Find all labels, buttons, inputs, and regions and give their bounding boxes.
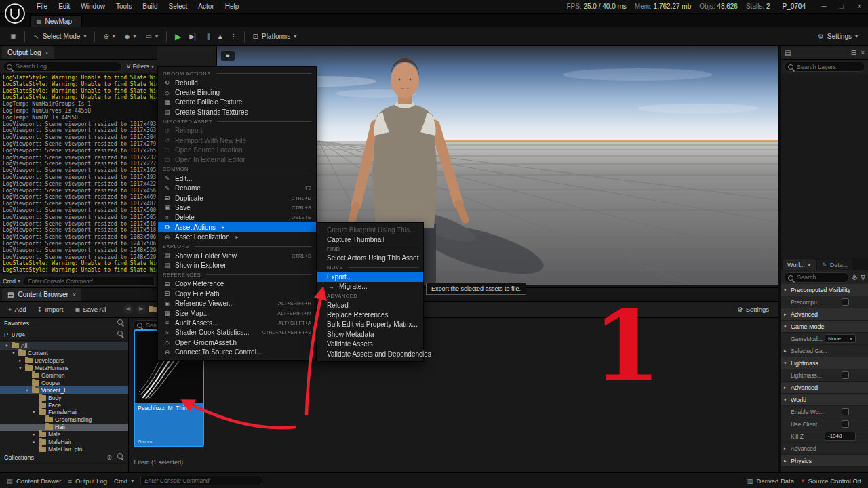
close-button[interactable]: ×	[850, 3, 868, 10]
submenu-item[interactable]: Validate Assets	[317, 340, 423, 349]
submenu-item[interactable]: → Migrate...	[317, 282, 423, 291]
menu-item[interactable]: ▤ Show in Folder View CTRL+B	[158, 251, 316, 260]
details-row[interactable]: Kill Z -1048	[781, 430, 868, 443]
place-actors-button[interactable]: ⊕▾	[98, 30, 119, 42]
submenu-item[interactable]: Show Metadata	[317, 329, 423, 339]
save-level-button[interactable]: ▣	[5, 30, 21, 42]
menu-item[interactable]: × Delete DELETE	[158, 213, 316, 222]
menu-item[interactable]: ✎ Rename F2	[158, 184, 316, 193]
content-drawer-button[interactable]: ▤ Content Drawer	[7, 477, 62, 485]
details-row[interactable]: ▸ Advanced	[781, 382, 868, 394]
menu-item[interactable]: EXPLORE	[158, 242, 316, 251]
play-button[interactable]: ▶	[170, 30, 186, 43]
folder-tree-item[interactable]: ▾ All	[0, 342, 128, 350]
submenu-item[interactable]: Create Blueprint Using This...	[317, 225, 423, 235]
expand-arrow-icon[interactable]: ▾	[784, 361, 791, 366]
menu-item[interactable]: ▦ Size Map... ALT+SHIFT+M	[158, 308, 316, 318]
gear-icon[interactable]: ⚙	[852, 274, 858, 281]
details-row[interactable]: Enable Wo...	[781, 406, 868, 418]
layers-list-empty[interactable]	[781, 74, 868, 258]
folder-tree-item[interactable]: ▾ FemaleHair	[0, 409, 128, 416]
cinematics-button[interactable]: ▭▾	[141, 30, 163, 42]
menu-item[interactable]: ⊞ Copy Reference	[158, 279, 316, 289]
minimize-button[interactable]: ─	[815, 3, 833, 10]
details-row[interactable]: Use Client...	[781, 418, 868, 430]
expand-arrow-icon[interactable]: ▸	[784, 458, 791, 464]
expand-arrow-icon[interactable]: ▾	[784, 324, 791, 329]
project-section[interactable]: P_0704	[0, 329, 128, 341]
expand-arrow-icon[interactable]: ▾	[784, 397, 791, 403]
folder-tree-item[interactable]: ▾ Content	[0, 350, 128, 357]
menubar-item[interactable]: Tools	[111, 3, 137, 10]
menu-item[interactable]: ≡ Audit Assets... ALT+SHIFT+A	[158, 318, 316, 327]
submenu-item[interactable]: FIND	[317, 245, 423, 253]
close-icon[interactable]: ×	[45, 49, 48, 56]
details-row[interactable]: ▾ Game Mode	[781, 321, 868, 333]
details-row[interactable]: ▸ Physics	[781, 455, 868, 467]
menu-item[interactable]: ↻ Rebuild	[158, 78, 316, 87]
menu-item[interactable]: ▤ Show in Explorer	[158, 260, 316, 270]
expand-arrow-icon[interactable]: ▸	[784, 446, 791, 451]
details-row[interactable]: ▾ Precomputed Visibility	[781, 284, 868, 296]
close-icon[interactable]: ×	[73, 291, 76, 298]
cmd-dropdown[interactable]: Cmd ▾	[114, 477, 134, 485]
submenu-item[interactable]: Capture Thumbnail	[317, 235, 423, 244]
expand-arrow-icon[interactable]: ▸	[31, 432, 37, 437]
skip-button[interactable]: ▶▏	[186, 30, 203, 42]
forward-button[interactable]: ▶	[136, 304, 146, 314]
property-value[interactable]	[842, 298, 849, 306]
details-row[interactable]: GameMod... None	[781, 333, 868, 345]
menubar-item[interactable]: File	[31, 3, 53, 10]
folder-tree-item[interactable]: Hair	[0, 424, 128, 431]
submenu-item[interactable]: Replace References	[317, 310, 423, 319]
menu-item[interactable]: ≈ Shader Cook Statistics... CTRL+ALT+SHI…	[158, 328, 316, 338]
derived-data-button[interactable]: ▥ Derived Data	[747, 477, 794, 485]
menu-item[interactable]: ⊕ Connect To Source Control...	[158, 347, 316, 357]
viewport-menu-button[interactable]: ≡	[221, 51, 235, 61]
folder-tree-item[interactable]: MaleHair_pfn	[0, 445, 128, 452]
menu-item[interactable]: ▤ Create Strands Textures	[158, 107, 316, 117]
menu-item[interactable]: REFERENCES	[158, 270, 316, 279]
panel-icon[interactable]: ⊟	[851, 49, 856, 56]
import-button[interactable]: ↧ Import	[33, 304, 67, 314]
menu-item[interactable]: GROOM ACTIONS	[158, 69, 316, 78]
folder-tree-item[interactable]: ▾ Vincent_I	[0, 386, 128, 394]
menu-item[interactable]: ▦ Create Follicle Texture	[158, 98, 316, 107]
property-value[interactable]: None	[825, 334, 856, 343]
submenu-item[interactable]: Select Actors Using This Asset	[317, 253, 423, 263]
folder-tree-item[interactable]: ▾ MetaHumans	[0, 365, 128, 372]
expand-arrow-icon[interactable]: ▾	[784, 287, 791, 293]
mode-select-dropdown[interactable]: ↖ Select Mode ▾	[28, 30, 91, 42]
menubar-item[interactable]: Help	[220, 3, 245, 10]
menu-item[interactable]: COMMON	[158, 165, 316, 174]
statusbar-console-input[interactable]	[141, 477, 262, 484]
search-icon[interactable]	[117, 319, 124, 327]
cmd-dropdown[interactable]: Cmd ▾	[3, 278, 20, 285]
details-row[interactable]: ▸ Selected Ga...	[781, 345, 868, 357]
details-row[interactable]: ▸ Advanced	[781, 308, 868, 321]
search-icon[interactable]	[117, 331, 124, 339]
submenu-item[interactable]: Reload	[317, 300, 423, 310]
menubar-item[interactable]: Edit	[53, 3, 75, 10]
menubar-item[interactable]: Actor	[193, 3, 219, 10]
close-icon[interactable]: ×	[808, 262, 811, 268]
expand-arrow-icon[interactable]: ▾	[31, 409, 37, 415]
expand-arrow-icon[interactable]: ▾	[4, 343, 9, 348]
menu-item[interactable]: ◇ Open GroomAsset.h	[158, 338, 316, 347]
blueprints-button[interactable]: ◆▾	[120, 30, 141, 42]
close-icon[interactable]: ×	[861, 49, 865, 56]
folder-tree-item[interactable]: ▸ Male	[0, 431, 128, 439]
layers-search-input[interactable]	[785, 64, 865, 70]
log-filters-dropdown[interactable]: ∇ Filters ▾	[126, 63, 154, 70]
menu-item[interactable]: ⊞ Duplicate CTRL+D	[158, 193, 316, 203]
menubar-item[interactable]: Select	[163, 3, 193, 10]
back-button[interactable]: ◀	[123, 304, 134, 314]
add-collection-icon[interactable]: ⊕	[106, 454, 112, 461]
collections-section[interactable]: Collections ⊕	[0, 452, 128, 464]
folder-tree-item[interactable]: Face	[0, 401, 128, 409]
console-command-input[interactable]	[24, 278, 154, 285]
details-row[interactable]: Lightmass...	[781, 369, 868, 382]
expand-arrow-icon[interactable]: ▾	[11, 350, 16, 356]
unreal-logo[interactable]	[3, 2, 26, 25]
tab-output-log[interactable]: Output Log ×	[2, 46, 54, 59]
